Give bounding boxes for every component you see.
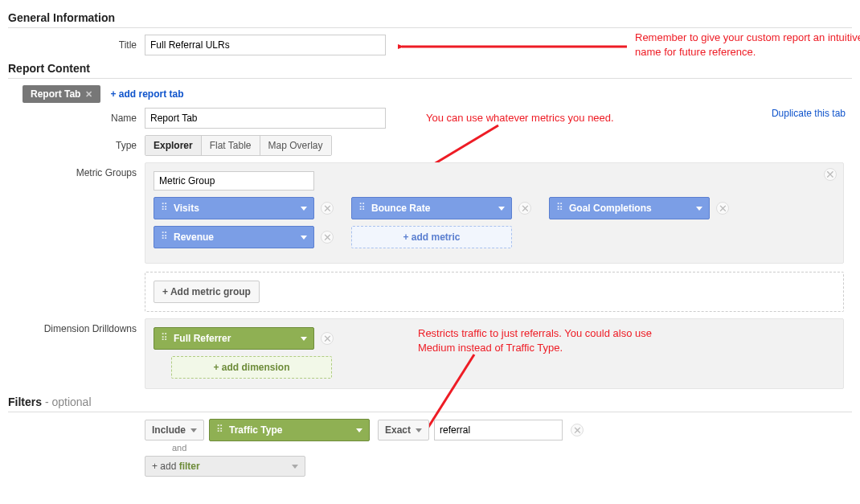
filter-row: Include Traffic Type Exact ✕ [145,419,852,441]
name-input[interactable] [145,108,386,129]
filter-dimension-chip[interactable]: Traffic Type [209,419,370,441]
filter-include-label: Include [152,424,186,436]
section-general-info: General Information [8,11,852,28]
type-explorer[interactable]: Explorer [145,136,202,155]
filters-optional-label: - optional [42,395,91,408]
title-input[interactable] [145,35,386,55]
label-type: Type [8,135,145,151]
filter-match-select[interactable]: Exact [378,420,429,440]
chevron-down-icon [301,207,307,211]
label-name: Name [8,108,145,124]
add-filter-word: filter [179,461,200,472]
remove-dimension-icon[interactable]: ✕ [321,332,334,345]
filter-include-select[interactable]: Include [145,420,204,440]
metric-chip-visits[interactable]: Visits [154,197,314,219]
drag-handle-icon[interactable] [161,206,169,211]
drag-handle-icon[interactable] [216,428,224,432]
remove-metric-icon[interactable]: ✕ [321,202,334,215]
label-dimension-drilldowns: Dimension Drilldowns [8,318,145,334]
dimension-label: Full Referrer [174,333,231,344]
chevron-down-icon [416,428,422,432]
filter-match-label: Exact [385,424,411,436]
remove-metric-icon[interactable]: ✕ [321,231,334,244]
drag-handle-icon[interactable] [556,206,564,211]
chevron-down-icon [356,428,362,432]
add-metric-group-button[interactable]: + Add metric group [154,281,260,303]
metric-chip-revenue[interactable]: Revenue [154,226,314,248]
filter-value-input[interactable] [434,420,563,440]
type-toggle: Explorer Flat Table Map Overlay [145,135,332,156]
type-map-overlay[interactable]: Map Overlay [260,136,331,155]
section-filters: Filters - optional [8,395,852,412]
metric-group-panel: ✕ Visits ✕ Bounce Rate [145,162,844,264]
add-metric-group-panel: + Add metric group [145,272,844,312]
metric-chip-bounce-rate[interactable]: Bounce Rate [351,197,512,219]
tab-report-tab[interactable]: Report Tab ✕ [23,85,100,103]
remove-filter-icon[interactable]: ✕ [571,424,584,436]
metric-chip-goal-completions[interactable]: Goal Completions [549,197,710,219]
add-metric-label: + add metric [403,232,460,243]
tab-label: Report Tab [31,88,80,100]
filter-dimension-label: Traffic Type [229,424,282,436]
chevron-down-icon [190,428,197,432]
metric-label: Visits [174,203,199,214]
chevron-down-icon [498,207,505,211]
annotation-title: Remember to give your custom report an i… [635,31,860,59]
add-report-tab-link[interactable]: + add report tab [110,88,183,100]
metric-group-name-input[interactable] [154,171,314,191]
dimension-chip-full-referrer[interactable]: Full Referrer [154,327,314,350]
drag-handle-icon[interactable] [358,206,367,211]
label-metric-groups: Metric Groups [8,162,145,178]
add-filter-button[interactable]: + add filter [145,456,305,477]
metric-label: Bounce Rate [371,203,430,214]
section-report-content: Report Content [8,62,852,79]
metric-label: Revenue [174,232,214,243]
chevron-down-icon [292,465,298,469]
remove-metric-group-icon[interactable]: ✕ [824,168,837,181]
chevron-down-icon [301,337,307,341]
add-metric-button[interactable]: + add metric [351,226,512,248]
label-title: Title [8,35,145,51]
add-dimension-button[interactable]: + add dimension [171,356,332,379]
remove-metric-icon[interactable]: ✕ [716,202,729,215]
filter-and-label: and [172,443,852,453]
remove-metric-icon[interactable]: ✕ [518,202,531,215]
type-flat-table[interactable]: Flat Table [202,136,260,155]
metric-label: Goal Completions [569,203,652,214]
chevron-down-icon [301,236,307,240]
add-dimension-label: + add dimension [213,362,289,373]
drag-handle-icon[interactable] [161,235,169,240]
tab-close-icon[interactable]: ✕ [85,89,92,100]
annotation-metrics: You can use whatever metrics you need. [426,111,667,125]
chevron-down-icon [696,207,702,211]
duplicate-tab-link[interactable]: Duplicate this tab [772,108,846,119]
drag-handle-icon[interactable] [161,336,169,341]
add-filter-prefix: + add [152,461,179,472]
annotation-filters: Restricts traffic to just referrals. You… [418,326,667,354]
